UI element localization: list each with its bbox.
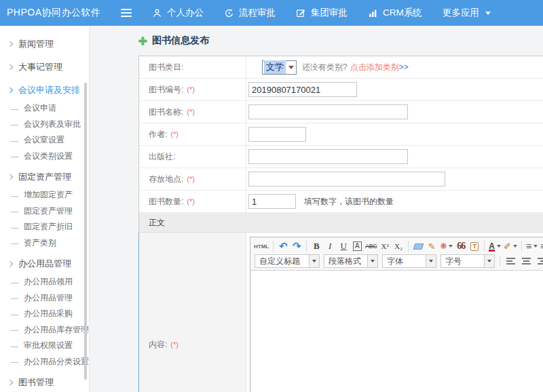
sidebar-item[interactable]: —固定资产折旧 [0, 219, 89, 235]
sidebar-item[interactable]: —办公用品管理 [0, 290, 89, 307]
blockquote-icon[interactable]: 66 [455, 240, 466, 252]
person-icon [152, 8, 162, 18]
sidebar-item[interactable]: —办公用品领用 [0, 274, 89, 290]
publisher-input[interactable] [248, 149, 408, 164]
add-category-link-arrows[interactable]: >> [399, 62, 409, 72]
sidebar-item-label: 会议室设置 [24, 134, 64, 146]
subscript-icon[interactable]: X₂ [393, 240, 404, 252]
field-label: 出版社: [149, 151, 175, 163]
ordered-list-icon[interactable]: ≡ [526, 240, 538, 252]
sidebar-item[interactable]: 办公用品管理 [0, 254, 89, 274]
redo-icon[interactable]: ↷ [291, 240, 302, 252]
sidebar-item[interactable]: —会议列表及审批 [0, 117, 89, 133]
undo-icon[interactable]: ↶ [278, 240, 288, 252]
quantity-input[interactable] [248, 194, 296, 209]
sidebar-item-label: 会议申请 [24, 102, 56, 114]
sidebar-item[interactable]: —固定资产管理 [0, 203, 89, 220]
hamburger-icon[interactable] [121, 9, 132, 17]
sidebar-scrollbar[interactable] [84, 83, 87, 380]
category-label: 图书类目: [149, 62, 183, 73]
dash-icon: — [11, 152, 18, 160]
nav-item-label: 集团审批 [311, 7, 348, 19]
caret-down-icon[interactable] [426, 255, 436, 267]
sidebar-item[interactable]: —会议申请 [0, 100, 89, 117]
form-row-quantity: 图书数量: (*) 填写数字，该图书的数量 [138, 191, 543, 213]
font-size-select-label: 字号 [441, 256, 484, 267]
nav-item[interactable]: 更多应用 [443, 7, 491, 19]
category-select[interactable]: 文学 [262, 60, 297, 75]
sidebar-item-label: 固定资产管理 [24, 205, 73, 217]
nav-item[interactable]: 流程审批 [224, 7, 276, 19]
editor-content-area[interactable] [250, 271, 543, 392]
custom-title-select[interactable]: 自定义标题 [255, 254, 320, 268]
sidebar-item[interactable]: —办公用品分类设置 [0, 354, 89, 370]
format-painter-icon[interactable]: ✎ [426, 240, 437, 252]
sidebar-item[interactable]: —资产类别 [0, 235, 89, 252]
sidebar-item[interactable]: —会议类别设置 [0, 149, 89, 165]
bold-icon[interactable]: B [311, 240, 322, 252]
sidebar-item-label: 审批权限设置 [24, 340, 73, 351]
italic-icon[interactable]: I [324, 240, 335, 252]
field-label: 图书数量: [149, 196, 183, 208]
underline-icon[interactable]: U [338, 240, 349, 252]
form-row-category: 图书类目: 文学 还没有类别? 点击添加类别 >> [138, 56, 543, 79]
top-nav: 个人办公流程审批集团审批CRM系统更多应用 [152, 7, 491, 19]
chevron-right-icon [7, 174, 13, 180]
nav-item-label: 更多应用 [443, 7, 479, 19]
form-row-location: 存放地点: (*) [138, 168, 543, 191]
add-category-link[interactable]: 点击添加类别 [350, 62, 399, 73]
category-hint: 还没有类别? [302, 62, 348, 73]
highlight-pen-icon[interactable]: ✐ [504, 240, 517, 252]
autotypeset-icon[interactable]: A [352, 240, 362, 252]
nav-item-label: CRM系统 [383, 7, 422, 19]
sidebar-item[interactable]: 新闻管理 [0, 34, 89, 54]
nav-item[interactable]: 个人办公 [152, 7, 204, 19]
strikethrough-icon[interactable]: ABC [365, 240, 377, 252]
remove-format-icon[interactable]: ❋ [440, 240, 453, 252]
page-title: 图书信息发布 [138, 35, 543, 47]
dash-icon: — [11, 136, 18, 144]
sidebar-item[interactable]: 图书管理 [0, 372, 89, 392]
author-input[interactable] [248, 127, 306, 142]
main-content: 图书信息发布 图书类目: 文学 还没有类别? 点击添加类别 >> [90, 26, 543, 392]
sidebar-item[interactable]: —办公用品采购 [0, 306, 89, 322]
edit-icon [296, 8, 306, 18]
sidebar-item[interactable]: 固定资产管理 [0, 167, 89, 187]
paste-template-icon[interactable]: T [469, 240, 480, 252]
align-right-icon[interactable] [538, 258, 543, 264]
source-code-icon[interactable]: HTML [254, 240, 269, 252]
location-input[interactable] [248, 172, 445, 187]
font-color-icon[interactable]: A [489, 240, 501, 252]
nav-item[interactable]: 集团审批 [296, 7, 348, 19]
sidebar-item[interactable]: 会议申请及安排 [0, 80, 89, 100]
sidebar-item[interactable]: —增加固定资产 [0, 187, 89, 203]
book-number-input[interactable] [248, 82, 357, 97]
nav-item[interactable]: CRM系统 [368, 7, 422, 19]
dash-icon: — [11, 326, 18, 334]
caret-down-icon[interactable] [309, 255, 319, 267]
sidebar-item[interactable]: —会议室设置 [0, 132, 89, 149]
eraser-icon[interactable] [413, 240, 424, 252]
align-center-icon[interactable] [522, 258, 531, 264]
form-row-book-name: 图书名称: (*) [138, 101, 543, 123]
font-family-select[interactable]: 字体 [382, 254, 436, 268]
toolbar-divider [521, 241, 522, 252]
paragraph-format-select[interactable]: 段落格式 [324, 254, 378, 268]
sidebar-item[interactable]: —审批权限设置 [0, 338, 89, 354]
align-left-icon[interactable] [506, 258, 515, 264]
sidebar-item-label: 办公用品采购 [24, 308, 73, 319]
dash-icon: — [11, 294, 18, 302]
caret-down-icon [497, 245, 501, 248]
unordered-list-icon[interactable]: ≡ [540, 240, 543, 252]
superscript-icon[interactable]: X² [379, 240, 390, 252]
editor-toolbar: HTML↶↷BIUAABCX²X₂✎❋66TA✐≡≡ 自定义标题段落格式字体字号… [250, 237, 543, 271]
sidebar-item[interactable]: —办公用品库存管理 [0, 322, 89, 338]
book-name-input[interactable] [248, 104, 408, 119]
caret-down-icon[interactable] [484, 255, 494, 267]
font-size-select[interactable]: 字号 [441, 254, 495, 268]
field-label: 图书编号: [149, 84, 183, 96]
caret-down-icon[interactable] [367, 255, 377, 267]
sidebar-item[interactable]: 大事记管理 [0, 57, 89, 77]
caret-down-icon [533, 245, 538, 248]
book-form: 图书类目: 文学 还没有类别? 点击添加类别 >> 图书编号: (*) [138, 56, 543, 392]
